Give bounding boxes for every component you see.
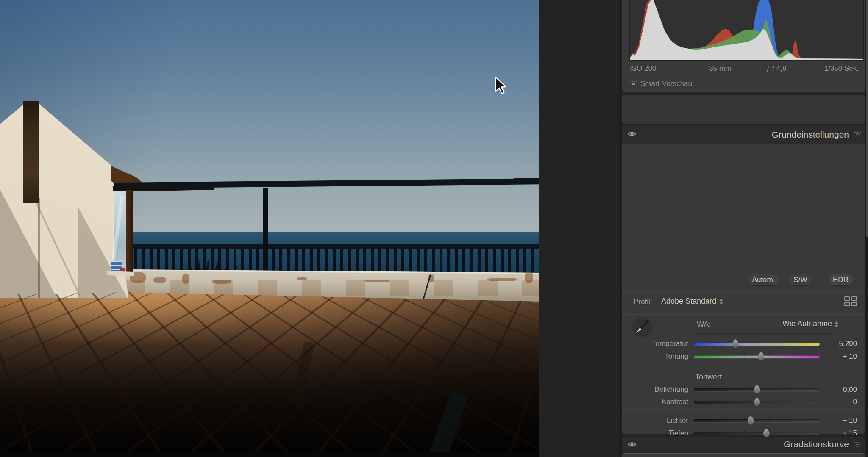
basic-panel-title: Grundeinstellungen: [772, 130, 849, 140]
black-white-button[interactable]: S/W: [788, 274, 812, 285]
profile-updown-icon[interactable]: [719, 298, 723, 305]
photo-tiled-floor: [0, 291, 539, 452]
profile-label: Profil:: [634, 298, 652, 306]
smart-preview-label: Smart-Vorschau: [640, 80, 692, 88]
slider-label: Tiefen: [668, 429, 688, 438]
slider-label: Lichter: [667, 416, 688, 425]
exif-aperture: ƒ / 4,8: [766, 64, 786, 73]
photo-canvas[interactable]: [0, 0, 539, 452]
photo-glass-windbreak: [113, 191, 126, 271]
slider-label: Tonung: [665, 352, 688, 361]
photo-iron-railing-balusters: [127, 249, 539, 273]
photo-wooden-post: [23, 101, 39, 203]
basic-panel: Grundeinstellungen Autom. S/W | HDR Prof…: [622, 125, 865, 434]
profile-select[interactable]: Adobe Standard: [661, 297, 716, 306]
slider-value[interactable]: + 10: [843, 352, 857, 361]
white-balance-eyedropper-icon[interactable]: [631, 316, 654, 338]
slider-row-tonung: Tonung + 10: [622, 350, 866, 363]
tone-curve-title: Gradationskurve: [784, 439, 849, 449]
button-separator: |: [822, 274, 824, 285]
histogram-panel: ISO 200 35 mm ƒ / 4,8 1/350 Sek. Smart-V…: [622, 0, 865, 92]
lightroom-develop-window: ISO 200 35 mm ƒ / 4,8 1/350 Sek. Smart-V…: [0, 0, 868, 457]
next-panel-edge: [622, 454, 865, 457]
smart-preview-icon: [630, 81, 637, 86]
photo-railing-post: [263, 188, 268, 273]
slider-label: Temperatur: [652, 340, 688, 348]
photo-top-rail-step: [514, 178, 539, 182]
exif-iso: ISO 200: [630, 64, 656, 73]
photo-iron-railing-rail: [126, 244, 539, 249]
lichter-slider[interactable]: [694, 419, 820, 422]
panel-scrollbar[interactable]: [866, 0, 868, 237]
histogram[interactable]: [629, 0, 864, 61]
slider-value[interactable]: 0: [853, 398, 857, 406]
slider-label: Kontrast: [662, 398, 688, 406]
basic-panel-header[interactable]: Grundeinstellungen: [622, 125, 865, 144]
panel-visibility-eye-icon[interactable]: [627, 440, 637, 448]
tool-strip: [622, 95, 865, 124]
white-balance-select[interactable]: Wie Aufnahme: [782, 319, 832, 328]
slider-value[interactable]: 0,00: [843, 385, 857, 394]
mouse-cursor: [493, 76, 508, 96]
panel-visibility-eye-icon[interactable]: [627, 130, 637, 138]
slider-value[interactable]: + 15: [843, 429, 857, 438]
exif-focal: 35 mm: [709, 64, 731, 73]
slider-thumb[interactable]: [754, 385, 761, 394]
belichtung-slider[interactable]: [694, 388, 820, 391]
panel-disclosure-triangle-icon[interactable]: [854, 442, 861, 447]
slider-row-kontrast: Kontrast 0: [622, 396, 866, 408]
slider-row-temperatur: Temperatur 5.200: [622, 338, 866, 350]
photo-window-frame: [126, 190, 133, 272]
temperatur-slider[interactable]: [694, 343, 820, 346]
slider-label: Belichtung: [655, 385, 688, 394]
slider-value[interactable]: − 10: [843, 416, 857, 425]
exif-shutter: 1/350 Sek.: [824, 64, 859, 73]
slider-row-lichter: Lichter − 10: [622, 414, 866, 427]
panel-divider: [620, 0, 621, 457]
develop-right-panel: ISO 200 35 mm ƒ / 4,8 1/350 Sek. Smart-V…: [621, 0, 865, 457]
hdr-button[interactable]: HDR: [829, 274, 853, 285]
slider-row-belichtung: Belichtung 0,00: [622, 383, 866, 396]
tiefen-slider[interactable]: [694, 432, 820, 435]
kontrast-slider[interactable]: [694, 401, 820, 404]
section-header-tonwert: Tonwert: [695, 373, 722, 382]
slider-value[interactable]: 5.200: [839, 340, 857, 348]
white-balance-label: WA:: [697, 320, 711, 329]
panel-disclosure-triangle-icon[interactable]: [854, 131, 861, 137]
smart-preview-status[interactable]: Smart-Vorschau: [630, 80, 692, 90]
tone-curve-panel: Gradationskurve: [622, 437, 865, 452]
filmstrip-top-edge: [0, 452, 539, 457]
auto-button[interactable]: Autom.: [748, 274, 779, 285]
white-balance-updown-icon[interactable]: [834, 321, 839, 328]
profile-browser-grid-icon[interactable]: [844, 296, 857, 306]
tonung-slider[interactable]: [694, 355, 820, 358]
